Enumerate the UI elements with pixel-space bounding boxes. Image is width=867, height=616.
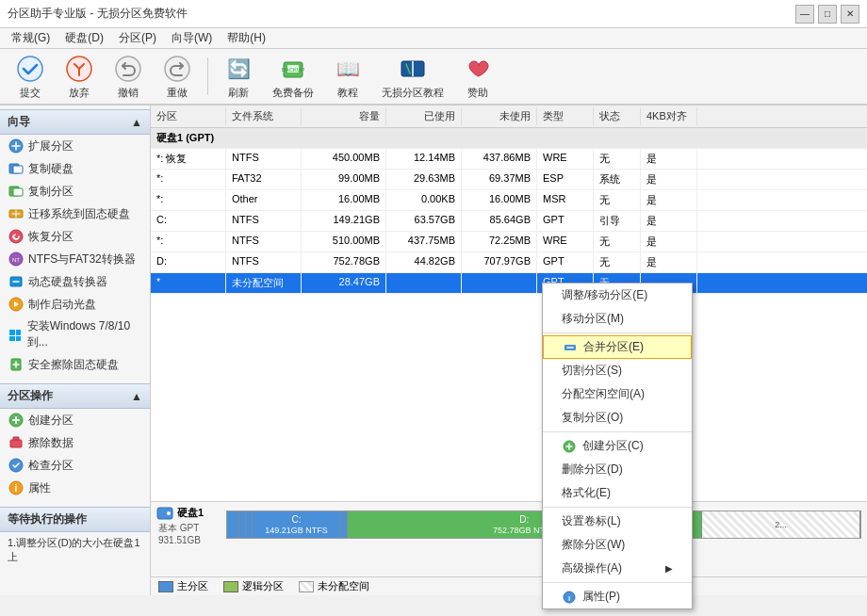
legend-primary: 主分区 — [158, 579, 208, 593]
ctx-label[interactable]: 设置卷标(L) — [543, 510, 692, 533]
table-row-selected[interactable]: * 未分配空间 28.47GB GPT 无 — [151, 273, 867, 294]
menu-general[interactable]: 常规(G) — [4, 28, 57, 48]
menu-disk[interactable]: 硬盘(D) — [57, 28, 111, 48]
sidebar-item-recover-label: 恢复分区 — [28, 229, 74, 245]
ctx-wipe[interactable]: 擦除分区(W) — [543, 533, 692, 557]
backup-button[interactable]: BACKUP 免费备份 — [265, 50, 321, 104]
cell-status: 无 — [594, 149, 641, 169]
tutorial-button[interactable]: 📖 教程 — [325, 50, 370, 104]
seg-recovery[interactable] — [227, 511, 239, 538]
refresh-button[interactable]: 🔄 刷新 — [216, 50, 261, 104]
ctx-merge[interactable]: 合并分区(E) — [543, 335, 692, 359]
sidebar-item-migrate[interactable]: 迁移系统到固态硬盘 — [0, 203, 150, 225]
seg-msr[interactable] — [246, 511, 253, 538]
seg-wre[interactable] — [341, 511, 348, 538]
sidebar-item-recover[interactable]: 恢复分区 — [0, 225, 150, 248]
ctx-advanced-arrow: ▶ — [665, 563, 673, 574]
sidebar-item-secure-erase-label: 安全擦除固态硬盘 — [28, 357, 119, 373]
sidebar-item-copy-partition[interactable]: 复制分区 — [0, 180, 150, 203]
cell-used — [386, 273, 462, 293]
cell-free: 16.00MB — [462, 190, 537, 210]
ctx-create[interactable]: 创建分区(C) — [543, 434, 692, 458]
undo-label: 撤销 — [118, 86, 139, 100]
ctx-format[interactable]: 格式化(E) — [543, 481, 692, 505]
cell-size: 16.00MB — [302, 190, 386, 210]
sidebar-item-secure-erase[interactable]: 安全擦除固态硬盘 — [0, 353, 150, 376]
menu-wizard[interactable]: 向导(W) — [164, 28, 220, 48]
donate-button[interactable]: 赞助 — [455, 50, 500, 104]
seg-d-label: D: — [519, 514, 529, 526]
sidebar-item-properties[interactable]: i 属性 — [0, 477, 150, 499]
legend-unalloc-box — [299, 581, 314, 592]
svg-rect-27 — [10, 440, 22, 447]
ctx-move[interactable]: 移动分区(M) — [543, 307, 692, 331]
undo-button[interactable]: 撤销 — [106, 50, 151, 104]
ctx-delete[interactable]: 删除分区(D) — [543, 458, 692, 481]
minimize-button[interactable]: — — [795, 5, 814, 24]
submit-button[interactable]: 提交 — [8, 50, 53, 104]
menu-partition[interactable]: 分区(P) — [111, 28, 164, 48]
cell-type: MSR — [537, 190, 594, 210]
ctx-create-label: 创建分区(C) — [582, 438, 644, 454]
table-row[interactable]: *: NTFS 510.00MB 437.75MB 72.25MB WRE 无 … — [151, 232, 867, 252]
pending-section: 等待执行的操作 1.调整分区(D)的大小在硬盘1上 — [0, 507, 150, 568]
seg-c[interactable]: C: 149.21GB NTFS — [253, 511, 341, 538]
ctx-delete-label: 删除分区(D) — [562, 462, 623, 478]
sidebar-item-install-win[interactable]: 安装Windows 7/8/10到... — [0, 316, 150, 353]
sidebar-item-convert[interactable]: NT NTFS与FAT32转换器 — [0, 248, 150, 270]
partition-tutorial-button[interactable]: 无损分区教程 — [374, 50, 451, 104]
redo-button[interactable]: 重做 — [155, 50, 200, 104]
sidebar-item-wipe[interactable]: 擦除数据 — [0, 431, 150, 454]
table-row[interactable]: *: 恢复 NTFS 450.00MB 12.14MB 437.86MB WRE… — [151, 149, 867, 170]
cell-size: 510.00MB — [302, 232, 386, 251]
table-row[interactable]: *: Other 16.00MB 0.00KB 16.00MB MSR 无 是 — [151, 190, 867, 211]
seg-unalloc[interactable]: 2... — [702, 511, 860, 538]
seg-c-label: C: — [291, 514, 301, 526]
ctx-properties[interactable]: i 属性(P) — [543, 585, 692, 608]
cell-type: GPT — [537, 211, 594, 231]
sidebar-item-create[interactable]: 创建分区 — [0, 409, 150, 431]
table-row[interactable]: C: NTFS 149.21GB 63.57GB 85.64GB GPT 引导 … — [151, 211, 867, 232]
tutorial-icon: 📖 — [333, 54, 363, 84]
wizard-section: 向导 ▲ 扩展分区 复制硬盘 复制分区 — [0, 109, 150, 376]
maximize-button[interactable]: □ — [818, 5, 837, 24]
table-row[interactable]: *: FAT32 99.00MB 29.63MB 69.37MB ESP 系统 … — [151, 170, 867, 190]
cell-4kb: 是 — [641, 190, 697, 210]
seg-esp[interactable] — [239, 511, 246, 538]
menu-help[interactable]: 帮助(H) — [220, 28, 273, 48]
ctx-split[interactable]: 切割分区(S) — [543, 359, 692, 382]
wizard-collapse-icon[interactable]: ▲ — [131, 116, 142, 129]
ctx-copy[interactable]: 复制分区(O) — [543, 406, 692, 430]
check-icon — [8, 457, 25, 474]
sidebar-item-copy-disk[interactable]: 复制硬盘 — [0, 157, 150, 180]
cell-type: GPT — [537, 252, 594, 272]
cell-fs: NTFS — [226, 232, 302, 251]
sidebar-item-wipe-label: 擦除数据 — [28, 435, 74, 451]
ctx-advanced[interactable]: 高级操作(A) ▶ — [543, 557, 692, 580]
cell-type: WRE — [537, 232, 594, 251]
ops-header-label: 分区操作 — [8, 388, 53, 404]
ctx-alloc-label: 分配空闲空间(A) — [562, 386, 645, 402]
cell-free: 85.64GB — [462, 211, 537, 231]
sidebar-item-expand[interactable]: 扩展分区 — [0, 135, 150, 157]
ctx-alloc[interactable]: 分配空闲空间(A) — [543, 382, 692, 406]
backup-label: 免费备份 — [272, 86, 314, 100]
seg-c-size: 149.21GB NTFS — [265, 526, 328, 536]
ops-collapse-icon[interactable]: ▲ — [131, 390, 142, 403]
bootdisk-icon — [8, 296, 25, 313]
sidebar-item-check[interactable]: 检查分区 — [0, 454, 150, 477]
close-button[interactable]: ✕ — [841, 5, 859, 24]
sidebar-item-check-label: 检查分区 — [28, 458, 74, 474]
ctx-resize[interactable]: 调整/移动分区(E) — [543, 284, 692, 307]
sidebar-item-dynamic[interactable]: 动态硬盘转换器 — [0, 270, 150, 293]
table-row[interactable]: D: NTFS 752.78GB 44.82GB 707.97GB GPT 无 … — [151, 252, 867, 273]
sidebar-item-convert-label: NTFS与FAT32转换器 — [28, 251, 136, 267]
discard-button[interactable]: 放弃 — [57, 50, 102, 104]
sidebar-item-expand-label: 扩展分区 — [28, 138, 74, 154]
sidebar-item-bootdisk[interactable]: 制作启动光盘 — [0, 293, 150, 316]
legend-logical-box — [223, 581, 238, 592]
ctx-properties-label: 属性(P) — [582, 589, 620, 605]
cell-type: ESP — [537, 170, 594, 189]
expand-icon — [8, 138, 25, 154]
col-type-header: 类型 — [537, 107, 594, 125]
